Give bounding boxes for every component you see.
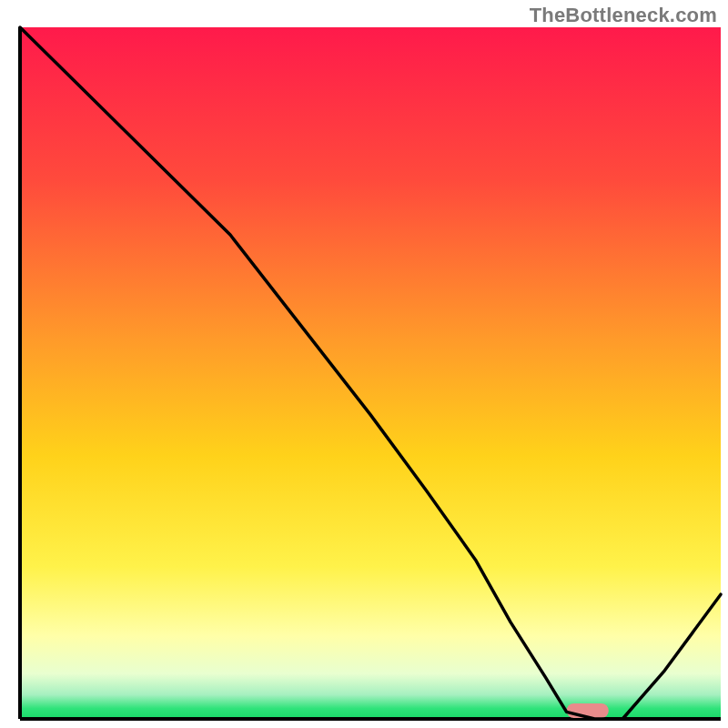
bottleneck-chart: [0, 0, 728, 728]
plot-area: [20, 27, 721, 719]
chart-container: TheBottleneck.com: [0, 0, 728, 728]
